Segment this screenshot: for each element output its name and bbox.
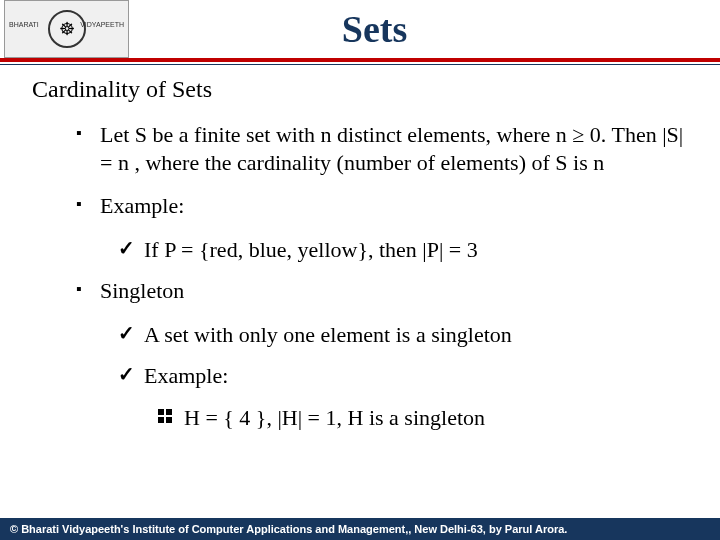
bullet-definition: Let S be a finite set with n distinct el… [76,121,688,176]
slide-header: BHARATI ☸ VIDYAPEETH Sets [0,0,720,62]
footer-text: © Bharati Vidyapeeth's Institute of Comp… [10,523,567,535]
bullet-example-label: Example: [76,192,688,220]
bullet-singleton-label: Singleton [76,277,688,305]
bullet-singleton-example-text: H = { 4 }, |H| = 1, H is a singleton [158,404,688,432]
logo-text-right: VIDYAPEETH [80,21,124,28]
bullet-singleton-example-label: Example: [118,362,688,390]
header-underline [0,64,720,65]
logo-emblem-icon: ☸ [48,10,86,48]
slide-footer: © Bharati Vidyapeeth's Institute of Comp… [0,518,720,540]
institution-logo: BHARATI ☸ VIDYAPEETH [4,0,129,58]
bullet-example-text: If P = {red, blue, yellow}, then |P| = 3 [118,236,688,264]
section-subtitle: Cardinality of Sets [32,76,688,103]
bullet-singleton-def: A set with only one element is a singlet… [118,321,688,349]
slide-title: Sets [129,7,720,51]
slide-content: Cardinality of Sets Let S be a finite se… [0,62,720,431]
logo-text-left: BHARATI [9,21,39,28]
